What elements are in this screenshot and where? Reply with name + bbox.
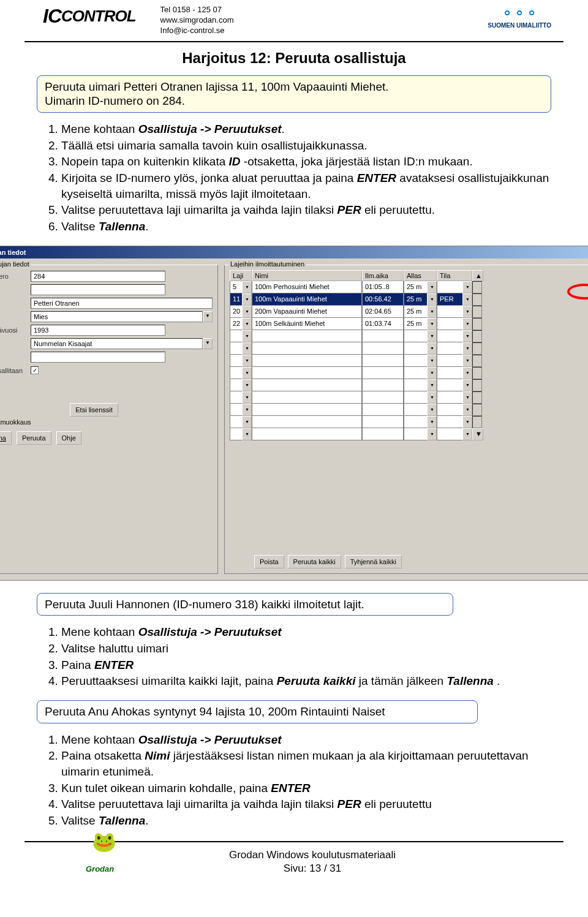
allas-dropdown-icon[interactable]: ▼ bbox=[427, 306, 437, 318]
cancel-all-button[interactable]: Peruuta kaikki bbox=[288, 555, 341, 568]
table-row[interactable]: ▼▼▼ bbox=[230, 416, 588, 428]
instruction-list-1: Mene kohtaan Osallistuja -> Peruutukset.… bbox=[37, 121, 551, 234]
scroll-track[interactable] bbox=[472, 367, 482, 379]
table-row[interactable]: ▼▼▼ bbox=[230, 367, 588, 379]
license-input[interactable] bbox=[31, 284, 165, 295]
table-row[interactable]: ▼▼▼ bbox=[230, 342, 588, 355]
list-item: Kirjoita se ID-numero ylös, jonka aluat … bbox=[61, 170, 551, 202]
allas-dropdown-icon[interactable]: ▼ bbox=[427, 367, 437, 379]
col-laji[interactable]: Laji bbox=[230, 270, 252, 281]
table-row[interactable]: ▼▼▼ bbox=[230, 355, 588, 367]
allas-dropdown-icon[interactable]: ▼ bbox=[427, 281, 437, 293]
laji-dropdown-icon[interactable]: ▼ bbox=[242, 355, 252, 367]
table-row[interactable]: 11▼100m Vapaauinti Miehet00:56.4225 m▼PE… bbox=[230, 293, 588, 306]
laji-dropdown-icon[interactable]: ▼ bbox=[242, 318, 252, 330]
laji-dropdown-icon[interactable]: ▼ bbox=[242, 367, 252, 379]
tila-dropdown-icon[interactable]: ▼ bbox=[462, 281, 472, 293]
scroll-track[interactable] bbox=[472, 355, 482, 367]
tila-dropdown-icon[interactable]: ▼ bbox=[462, 318, 472, 330]
help-button[interactable]: Ohje bbox=[56, 431, 81, 445]
club-dropdown-icon[interactable]: ▼ bbox=[203, 338, 213, 349]
points-checkbox[interactable]: ✓ bbox=[31, 366, 39, 374]
table-row[interactable]: ▼▼▼ bbox=[230, 404, 588, 416]
sort-input[interactable] bbox=[31, 352, 165, 363]
allas-dropdown-icon[interactable]: ▼ bbox=[427, 342, 437, 355]
tila-dropdown-icon[interactable]: ▼ bbox=[462, 330, 472, 342]
save-button[interactable]: Tallenna bbox=[0, 431, 12, 445]
scroll-track[interactable] bbox=[472, 416, 482, 428]
participant-details-group: Osallistujan tiedot ID-Numero284 Lisenss… bbox=[0, 265, 218, 574]
laji-dropdown-icon[interactable]: ▼ bbox=[242, 428, 252, 440]
tila-dropdown-icon[interactable]: ▼ bbox=[462, 404, 472, 416]
table-row[interactable]: 20▼200m Vapaauinti Miehet02:04.6525 m▼▼ bbox=[230, 306, 588, 318]
table-row[interactable]: ▼▼▼ bbox=[230, 379, 588, 391]
tila-dropdown-icon[interactable]: ▼ bbox=[462, 428, 472, 440]
birthyear-input[interactable]: 1993 bbox=[31, 325, 165, 336]
page-title: Harjoitus 12: Peruuta osallistuja bbox=[37, 50, 551, 67]
table-row[interactable]: ▼▼▼ bbox=[230, 391, 588, 404]
scroll-track[interactable] bbox=[472, 342, 482, 355]
laji-dropdown-icon[interactable]: ▼ bbox=[242, 404, 252, 416]
laji-dropdown-icon[interactable]: ▼ bbox=[242, 342, 252, 355]
table-row[interactable]: 5▼100m Perhosuinti Miehet01:05..825 m▼▼ bbox=[230, 281, 588, 293]
allas-dropdown-icon[interactable]: ▼ bbox=[427, 404, 437, 416]
laji-dropdown-icon[interactable]: ▼ bbox=[242, 379, 252, 391]
tila-dropdown-icon[interactable]: ▼ bbox=[462, 293, 472, 306]
col-allas[interactable]: Allas bbox=[404, 270, 437, 281]
tila-dropdown-icon[interactable]: ▼ bbox=[462, 342, 472, 355]
sort-label: Lajittelu bbox=[0, 353, 31, 361]
scroll-track[interactable] bbox=[472, 379, 482, 391]
name-input[interactable]: Petteri Otranen bbox=[31, 298, 213, 309]
events-registration-group: Lajeihin ilmoittautuminen Laji Nimi Ilm.… bbox=[224, 265, 588, 574]
allas-dropdown-icon[interactable]: ▼ bbox=[427, 428, 437, 440]
scroll-track[interactable] bbox=[472, 404, 482, 416]
table-row[interactable]: ▼▼▼▼ bbox=[230, 428, 588, 440]
col-tila[interactable]: Tila bbox=[437, 270, 472, 281]
class-dropdown-icon[interactable]: ▼ bbox=[203, 311, 213, 322]
scroll-down-icon[interactable]: ▼ bbox=[472, 428, 483, 440]
cancel-button[interactable]: Peruuta bbox=[17, 431, 51, 445]
allas-dropdown-icon[interactable]: ▼ bbox=[427, 355, 437, 367]
tila-dropdown-icon[interactable]: ▼ bbox=[462, 306, 472, 318]
delete-button[interactable]: Poista bbox=[254, 555, 284, 568]
dialog-titlebar[interactable]: Osallistujan tiedot × bbox=[0, 246, 588, 258]
scroll-up-icon[interactable]: ▲ bbox=[472, 270, 483, 281]
list-item: Paina otsaketta Nimi järjestääksesi list… bbox=[61, 748, 551, 779]
allas-dropdown-icon[interactable]: ▼ bbox=[427, 379, 437, 391]
list-item: Mene kohtaan Osallistuja -> Peruutukset. bbox=[61, 121, 551, 137]
exercise-box-3: Peruuta Anu Ahokas syntynyt 94 lajista 1… bbox=[37, 700, 478, 723]
class-input[interactable]: Mies bbox=[31, 311, 203, 322]
tila-dropdown-icon[interactable]: ▼ bbox=[462, 379, 472, 391]
allas-dropdown-icon[interactable]: ▼ bbox=[427, 391, 437, 404]
club-input[interactable]: Nummelan Kisaajat bbox=[31, 338, 203, 349]
laji-dropdown-icon[interactable]: ▼ bbox=[242, 416, 252, 428]
scroll-track[interactable] bbox=[472, 306, 482, 318]
laji-dropdown-icon[interactable]: ▼ bbox=[242, 281, 252, 293]
clear-all-button[interactable]: Tyhjennä kaikki bbox=[345, 555, 402, 568]
tila-dropdown-icon[interactable]: ▼ bbox=[462, 355, 472, 367]
scroll-track[interactable] bbox=[472, 391, 482, 404]
col-nimi[interactable]: Nimi bbox=[252, 270, 362, 281]
table-row[interactable]: ▼▼▼ bbox=[230, 330, 588, 342]
allas-dropdown-icon[interactable]: ▼ bbox=[427, 318, 437, 330]
scroll-track[interactable] bbox=[472, 293, 482, 306]
laji-dropdown-icon[interactable]: ▼ bbox=[242, 306, 252, 318]
table-header: Laji Nimi Ilm.aika Allas Tila ▲ bbox=[230, 270, 588, 281]
laji-dropdown-icon[interactable]: ▼ bbox=[242, 293, 252, 306]
id-input[interactable]: 284 bbox=[31, 271, 165, 282]
allas-dropdown-icon[interactable]: ▼ bbox=[427, 416, 437, 428]
col-aika[interactable]: Ilm.aika bbox=[362, 270, 404, 281]
quickedit-label: Pikamuokkaus bbox=[0, 418, 31, 426]
laji-dropdown-icon[interactable]: ▼ bbox=[242, 330, 252, 342]
tila-dropdown-icon[interactable]: ▼ bbox=[462, 367, 472, 379]
tila-dropdown-icon[interactable]: ▼ bbox=[462, 391, 472, 404]
tila-dropdown-icon[interactable]: ▼ bbox=[462, 416, 472, 428]
scroll-track[interactable] bbox=[472, 318, 482, 330]
allas-dropdown-icon[interactable]: ▼ bbox=[427, 330, 437, 342]
laji-dropdown-icon[interactable]: ▼ bbox=[242, 391, 252, 404]
scroll-track[interactable] bbox=[472, 330, 482, 342]
table-row[interactable]: 22▼100m Selkäuinti Miehet01:03.7425 m▼▼ bbox=[230, 318, 588, 330]
scroll-track[interactable] bbox=[472, 281, 482, 293]
search-licenses-button[interactable]: Etsi lisenssit bbox=[70, 403, 118, 417]
allas-dropdown-icon[interactable]: ▼ bbox=[427, 293, 437, 306]
